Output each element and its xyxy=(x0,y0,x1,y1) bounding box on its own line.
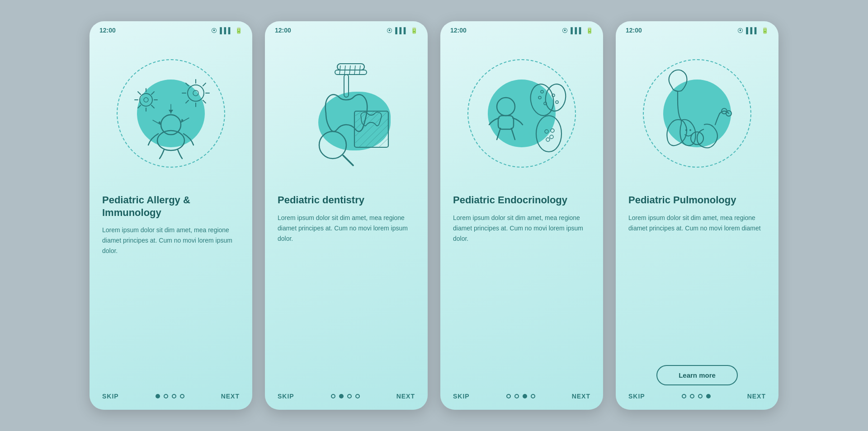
svg-line-19 xyxy=(203,100,206,103)
svg-point-59 xyxy=(550,135,553,139)
wifi-icon-1: ⦿ xyxy=(211,27,217,34)
title-pulmonology: Pediatric Pulmonology xyxy=(628,194,766,206)
svg-line-18 xyxy=(186,83,189,86)
endocrinology-illustration xyxy=(472,64,571,163)
learn-more-button[interactable]: Learn more xyxy=(656,365,738,385)
svg-point-61 xyxy=(551,129,554,132)
status-icons-4: ⦿ ▌▌▌ 🔋 xyxy=(737,27,769,34)
svg-point-52 xyxy=(538,96,541,99)
status-bar-4: 12:00 ⦿ ▌▌▌ 🔋 xyxy=(616,21,778,37)
svg-rect-38 xyxy=(354,111,388,147)
dot-1-1[interactable] xyxy=(156,394,160,398)
status-icons-3: ⦿ ▌▌▌ 🔋 xyxy=(562,27,593,34)
dot-4-4[interactable] xyxy=(706,394,711,398)
status-icons-1: ⦿ ▌▌▌ 🔋 xyxy=(211,27,242,34)
svg-marker-25 xyxy=(169,110,173,113)
content-pulmonology: Pediatric Pulmonology Lorem ipsum dolor … xyxy=(616,190,778,385)
skip-btn-1[interactable]: SKIP xyxy=(102,393,119,400)
battery-icon-2: 🔋 xyxy=(410,27,418,34)
body-dentistry: Lorem ipsum dolor sit dim amet, mea regi… xyxy=(278,213,415,386)
dot-2-2[interactable] xyxy=(339,394,344,398)
svg-point-36 xyxy=(319,131,346,159)
status-time-1: 12:00 xyxy=(99,27,116,34)
wifi-icon-3: ⦿ xyxy=(562,27,568,34)
dot-3-3[interactable] xyxy=(523,394,527,398)
wifi-icon-4: ⦿ xyxy=(737,27,743,34)
svg-line-8 xyxy=(138,92,141,94)
svg-rect-35 xyxy=(344,75,349,97)
dot-2-3[interactable] xyxy=(347,394,352,398)
dot-4-3[interactable] xyxy=(698,394,703,398)
signal-icon-1: ▌▌▌ xyxy=(220,27,232,34)
svg-rect-49 xyxy=(498,116,514,129)
illustration-endocrinology xyxy=(440,37,603,190)
svg-point-3 xyxy=(144,98,148,102)
dot-2-4[interactable] xyxy=(355,394,360,398)
svg-line-45 xyxy=(365,125,388,147)
status-bar-3: 12:00 ⦿ ▌▌▌ 🔋 xyxy=(440,21,603,37)
illustration-dentistry xyxy=(265,37,428,190)
svg-point-60 xyxy=(546,138,550,141)
dot-3-2[interactable] xyxy=(514,394,519,398)
svg-line-43 xyxy=(355,112,387,143)
svg-line-11 xyxy=(138,105,141,108)
svg-line-21 xyxy=(186,100,189,103)
svg-point-56 xyxy=(556,101,558,103)
dot-1-4[interactable] xyxy=(180,394,184,398)
signal-icon-4: ▌▌▌ xyxy=(746,27,759,34)
next-btn-1[interactable]: NEXT xyxy=(221,393,240,400)
dot-4-1[interactable] xyxy=(682,394,686,398)
dentistry-illustration xyxy=(297,59,396,168)
bottom-nav-2: SKIP NEXT xyxy=(265,385,428,410)
content-dentistry: Pediatric dentistry Lorem ipsum dolor si… xyxy=(265,190,428,385)
svg-line-46 xyxy=(372,132,388,147)
phones-container: 12:00 ⦿ ▌▌▌ 🔋 xyxy=(90,21,778,410)
skip-btn-4[interactable]: SKIP xyxy=(628,393,645,400)
dot-4-2[interactable] xyxy=(690,394,694,398)
status-bar-2: 12:00 ⦿ ▌▌▌ 🔋 xyxy=(265,21,428,37)
svg-point-64 xyxy=(689,129,691,131)
signal-icon-3: ▌▌▌ xyxy=(571,27,583,34)
dot-3-1[interactable] xyxy=(506,394,511,398)
bottom-nav-3: SKIP NEXT xyxy=(440,385,603,410)
next-btn-2[interactable]: NEXT xyxy=(396,393,415,400)
dot-3-4[interactable] xyxy=(531,394,535,398)
svg-line-9 xyxy=(151,105,154,108)
dots-2 xyxy=(331,394,360,398)
svg-line-10 xyxy=(151,92,154,94)
skip-btn-2[interactable]: SKIP xyxy=(278,393,294,400)
dot-2-1[interactable] xyxy=(331,394,335,398)
phone-allergy: 12:00 ⦿ ▌▌▌ 🔋 xyxy=(90,21,252,410)
svg-point-48 xyxy=(497,98,515,116)
svg-point-2 xyxy=(140,94,152,106)
dot-1-3[interactable] xyxy=(172,394,176,398)
title-dentistry: Pediatric dentistry xyxy=(278,194,415,206)
svg-line-33 xyxy=(354,66,355,75)
phone-dentistry: 12:00 ⦿ ▌▌▌ 🔋 xyxy=(265,21,428,410)
battery-icon-4: 🔋 xyxy=(761,27,769,34)
content-allergy: Pediatric Allergy & Immunology Lorem ips… xyxy=(90,190,252,385)
content-endocrinology: Pediatric Endocrinology Lorem ipsum dolo… xyxy=(440,190,603,385)
body-endocrinology: Lorem ipsum dolor sit dim amet, mea regi… xyxy=(453,213,590,386)
next-btn-3[interactable]: NEXT xyxy=(572,393,590,400)
svg-line-34 xyxy=(359,66,360,75)
skip-btn-3[interactable]: SKIP xyxy=(453,393,470,400)
svg-line-47 xyxy=(379,139,388,147)
next-btn-4[interactable]: NEXT xyxy=(747,393,766,400)
title-allergy: Pediatric Allergy & Immunology xyxy=(102,194,240,219)
svg-line-37 xyxy=(343,155,353,165)
phone-pulmonology: 12:00 ⦿ ▌▌▌ 🔋 xyxy=(616,21,778,410)
allergy-illustration xyxy=(126,66,216,161)
signal-icon-2: ▌▌▌ xyxy=(395,27,408,34)
status-time-2: 12:00 xyxy=(275,27,291,34)
illustration-pulmonology xyxy=(616,37,778,190)
dots-3 xyxy=(506,394,535,398)
svg-point-1 xyxy=(157,131,184,150)
status-time-3: 12:00 xyxy=(450,27,467,34)
svg-line-42 xyxy=(355,111,381,136)
dot-1-2[interactable] xyxy=(164,394,168,398)
body-pulmonology: Lorem ipsum dolor sit dim amet, mea regi… xyxy=(628,213,766,359)
body-allergy: Lorem ipsum dolor sit dim amet, mea regi… xyxy=(102,225,240,385)
wifi-icon-2: ⦿ xyxy=(387,27,392,34)
svg-point-63 xyxy=(685,129,687,131)
